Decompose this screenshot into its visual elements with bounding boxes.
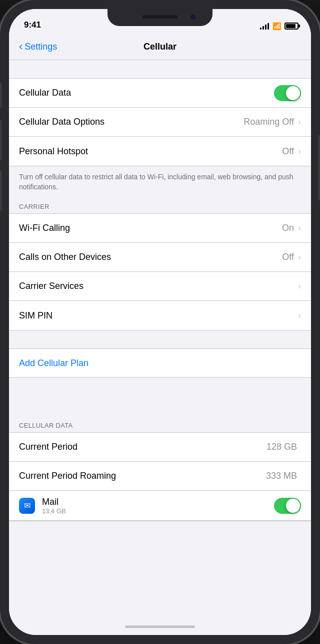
phone-frame: 9:41 📶 ‹ Settings Cellular <box>0 0 320 644</box>
notch <box>108 9 212 26</box>
mail-toggle[interactable] <box>274 498 301 514</box>
wifi-calling-value: On <box>282 223 294 233</box>
cellular-data-options-label: Cellular Data Options <box>19 117 244 127</box>
calls-other-devices-row[interactable]: Calls on Other Devices Off › <box>9 243 311 272</box>
cellular-data-options-row[interactable]: Cellular Data Options Roaming Off › <box>9 108 311 137</box>
cellular-data-section2-header: CELLULAR DATA <box>9 418 311 432</box>
toggle-thumb <box>286 499 300 513</box>
cellular-data-label: Cellular Data <box>19 88 274 98</box>
sim-pin-label: SIM PIN <box>19 310 298 321</box>
current-period-label: Current Period <box>19 442 266 452</box>
personal-hotspot-row[interactable]: Personal Hotspot Off › <box>9 137 311 166</box>
back-label: Settings <box>24 42 57 52</box>
camera <box>190 14 196 21</box>
cellular-data-options-value: Roaming Off <box>244 117 294 127</box>
cellular-data-stats-group: Current Period 128 GB Current Period Roa… <box>9 432 311 521</box>
current-period-value: 128 GB <box>266 442 297 452</box>
battery-icon <box>284 23 298 30</box>
home-bar <box>125 625 195 628</box>
current-period-roaming-row: Current Period Roaming 333 MB <box>9 462 311 491</box>
mail-app-info: Mail 13.4 GB <box>42 497 274 515</box>
tall-spacer <box>9 378 311 418</box>
chevron-icon: › <box>298 281 301 291</box>
current-period-roaming-value: 333 MB <box>266 471 297 481</box>
status-icons: 📶 <box>260 22 298 30</box>
carrier-services-row[interactable]: Carrier Services › <box>9 272 311 301</box>
calls-other-value: Off <box>282 252 294 262</box>
mail-app-name: Mail <box>42 497 274 507</box>
mid-spacer <box>9 331 311 349</box>
back-chevron-icon: ‹ <box>19 41 22 52</box>
chevron-icon: › <box>298 146 301 157</box>
mail-envelope-icon: ✉ <box>24 501 30 510</box>
cellular-description: Turn off cellular data to restrict all d… <box>9 166 311 199</box>
phone-screen: 9:41 📶 ‹ Settings Cellular <box>9 9 311 635</box>
signal-bar-1 <box>260 28 262 30</box>
mail-app-size: 13.4 GB <box>42 507 274 515</box>
page-title: Cellular <box>144 42 176 52</box>
signal-icon <box>260 23 269 30</box>
mail-app-row[interactable]: ✉ Mail 13.4 GB <box>9 491 311 521</box>
speaker <box>142 15 178 19</box>
chevron-icon: › <box>298 252 301 262</box>
top-spacer <box>9 60 311 78</box>
personal-hotspot-value: Off <box>282 146 294 157</box>
wifi-calling-row[interactable]: Wi-Fi Calling On › <box>9 214 311 243</box>
volume-up-button[interactable] <box>0 120 2 160</box>
wifi-calling-label: Wi-Fi Calling <box>19 223 282 233</box>
chevron-icon: › <box>298 310 301 321</box>
chevron-icon: › <box>298 223 301 233</box>
mute-button[interactable] <box>0 83 2 108</box>
battery-fill <box>286 24 296 28</box>
carrier-services-label: Carrier Services <box>19 281 298 291</box>
cellular-data-toggle[interactable] <box>274 85 301 101</box>
sim-pin-row[interactable]: SIM PIN › <box>9 301 311 330</box>
signal-bar-2 <box>262 26 264 30</box>
signal-bar-4 <box>268 23 269 30</box>
power-button[interactable] <box>318 135 320 200</box>
cellular-data-group: Cellular Data Cellular Data Options Roam… <box>9 78 311 166</box>
wifi-icon: 📶 <box>272 22 281 30</box>
signal-bar-3 <box>265 25 266 30</box>
current-period-row: Current Period 128 GB <box>9 433 311 462</box>
calls-other-label: Calls on Other Devices <box>19 252 282 262</box>
back-button[interactable]: ‹ Settings <box>19 42 57 52</box>
chevron-icon: › <box>298 117 301 127</box>
volume-down-button[interactable] <box>0 170 2 210</box>
home-indicator[interactable] <box>9 618 311 635</box>
mail-app-icon: ✉ <box>19 498 35 514</box>
nav-bar: ‹ Settings Cellular <box>9 34 311 60</box>
carrier-section-header: CARRIER <box>9 199 311 213</box>
toggle-thumb <box>286 86 300 100</box>
carrier-group: Wi-Fi Calling On › Calls on Other Device… <box>9 213 311 331</box>
cellular-data-row[interactable]: Cellular Data <box>9 79 311 108</box>
content-scroll[interactable]: Cellular Data Cellular Data Options Roam… <box>9 60 311 618</box>
add-cellular-plan-row[interactable]: Add Cellular Plan <box>9 349 311 378</box>
personal-hotspot-label: Personal Hotspot <box>19 146 282 157</box>
current-period-roaming-label: Current Period Roaming <box>19 471 266 481</box>
add-cellular-plan-label: Add Cellular Plan <box>19 358 88 369</box>
